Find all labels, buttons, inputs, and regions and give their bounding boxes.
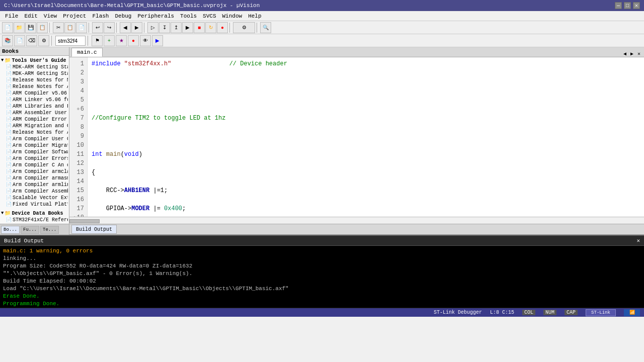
line-num: 11 [71,150,84,159]
tab-close-button[interactable]: ✕ [636,51,642,57]
tab-right-button[interactable]: ▶ [629,51,635,57]
list-item[interactable]: 📄 Arm Compiler C An c... [1,162,68,168]
build-line: linking... [3,255,641,262]
add-btn[interactable]: + [104,35,115,46]
list-item[interactable]: 📄 ARM Migration and Con... [1,123,68,129]
build-output-close[interactable]: ✕ [636,237,640,244]
build-line: Load "C:\\Users\\Israel\\Documents\\Bare… [3,285,641,293]
line-num: 13 [71,168,84,177]
save-button[interactable]: 💾 [25,22,36,33]
reset-button[interactable]: ↻ [205,22,216,33]
breakpoint-button[interactable]: ● [128,35,139,46]
status-bar: ST-Link Debugger L:8 C:15 COL NUM CAP ST… [0,308,644,317]
code-line-8: RCC->AHB1ENR |=1; [92,186,640,195]
line-numbers: 1 2 3 4 5 ⊕6 7 8 9 10 11 12 13 14 15 16 … [69,57,88,217]
sep2 [89,23,91,33]
list-item[interactable]: 📄 MDK-ARM Getting Star... [1,64,68,70]
target-input[interactable] [55,36,86,46]
watch-button[interactable]: 👁 [140,35,151,46]
list-item[interactable]: 📄 Arm Compiler armasm U... [1,175,68,182]
build-output-tab[interactable]: Build Output [71,225,117,234]
menu-flash[interactable]: Flash [89,12,112,20]
list-item[interactable]: 📄 Fixed Virtual Platforms R... [1,201,68,208]
menu-svcs[interactable]: SVCS [200,12,219,20]
settings-button[interactable]: ⚙ [233,22,255,33]
list-item[interactable]: 📄 MDK-ARM Getting Star... [1,70,68,77]
search-button[interactable]: 🔍 [260,22,271,33]
undo-button[interactable]: ↩ [92,22,103,33]
tab-left-button[interactable]: ◀ [622,51,628,57]
bookmark-button[interactable]: ⚑ [92,35,103,46]
redo-button[interactable]: ↪ [104,22,115,33]
tools-guide-header[interactable]: ▼ 📁 Tools User's Guide [1,57,68,64]
menu-edit[interactable]: Edit [21,12,40,20]
stop-button[interactable]: ■ [194,22,205,33]
list-item[interactable]: 📄 Release Notes for ARMC... [1,129,68,136]
tab-main-c[interactable]: main.c [71,48,103,57]
menu-debug[interactable]: Debug [112,12,134,20]
code-editor[interactable]: 1 2 3 4 5 ⊕6 7 8 9 10 11 12 13 14 15 16 … [69,57,644,217]
build-line: Programming Done. [3,300,641,308]
batch-button[interactable]: ⚙ [38,35,49,46]
workspace-button[interactable]: 📚 [2,35,13,46]
new-file-button[interactable]: 📄 [2,22,13,33]
minimize-button[interactable]: — [615,2,622,9]
step-over-button[interactable]: ▷ [147,22,158,33]
tools-guide-items: 📄 MDK-ARM Getting Star... 📄 MDK-ARM Gett… [1,64,68,208]
code-line-5 [92,132,640,141]
build-line: main.c: 1 warning, 0 errors [3,247,641,255]
menu-file[interactable]: File [2,12,21,20]
open-file-button[interactable]: 📁 [14,22,25,33]
list-item[interactable]: 📄 Release Notes for MDK 5 [1,77,68,83]
close-button[interactable]: ✕ [633,2,640,9]
list-item[interactable]: 📄 Arm Compiler Errors an... [1,155,68,162]
list-item[interactable]: 📄 Scalable Vector Extensi... [1,195,68,201]
menu-view[interactable]: View [41,12,60,20]
list-item[interactable]: 📄 ARM Compiler v5.06 for... [1,90,68,97]
menu-peripherals[interactable]: Peripherals [134,12,177,20]
menu-help[interactable]: Help [245,12,264,20]
device-data-header[interactable]: ▼ 📁 Device Data Books [1,210,68,217]
copy-button[interactable]: 📋 [64,22,75,33]
build-nav-fwd[interactable]: ▶ [131,22,142,33]
code-content[interactable]: #include "stm32f4xx.h" // Device header … [88,57,644,217]
paste-button[interactable]: 📄 [76,22,87,33]
list-item[interactable]: 📄 Arm Compiler Software... [1,149,68,155]
code-line-7: { [92,168,640,177]
left-bottom-tabs: Bo... Fu... Te... [0,224,69,235]
menu-project[interactable]: Project [60,12,89,20]
multiproj-button[interactable]: ⌫ [26,35,37,46]
list-item[interactable]: 📄 Arm Compiler armlink U... [1,182,68,188]
functions-tab[interactable]: Fu... [21,226,39,234]
build-nav-back[interactable]: ◀ [120,22,131,33]
maximize-button[interactable]: □ [624,2,631,9]
list-item[interactable]: 📄 ARM Assembler User Gu... [1,110,68,116]
cut-button[interactable]: ✂ [53,22,64,33]
build-output-content: main.c: 1 warning, 0 errors linking... P… [0,246,644,308]
line-num: 4 [71,86,84,96]
step-out-button[interactable]: ↥ [171,22,182,33]
list-item[interactable]: 📄 Arm Compiler User Gui... [1,136,68,142]
counter-button[interactable]: ▶ [152,35,163,46]
list-item[interactable]: 📄 Arm Compiler armclang... [1,168,68,175]
save-all-button[interactable]: 📋 [37,22,48,33]
list-item[interactable]: 📄 ARM Libraries and Float... [1,103,68,110]
title-bar-controls[interactable]: — □ ✕ [615,2,640,9]
debug-button[interactable]: ● [217,22,228,33]
list-item[interactable]: 📄 ARM Linker v5.06 for V... [1,97,68,103]
project-button[interactable]: 📄 [14,35,25,46]
sep1 [49,23,51,33]
step-in-button[interactable]: ↧ [159,22,170,33]
list-item[interactable]: 📄 Arm Compiler Assembler... [1,188,68,195]
horizontal-scrollbar[interactable] [69,217,644,224]
menu-tools[interactable]: Tools [177,12,200,20]
list-item[interactable]: 📄 ARM Compiler Error and... [1,116,68,123]
list-item[interactable]: 📄 Arm Compiler Migratio... [1,142,68,149]
list-item[interactable]: 📄 STM32F41xC/E Referen... [1,217,68,223]
wand-button[interactable]: ★ [116,35,127,46]
run-button[interactable]: ▶ [182,22,193,33]
templates-tab[interactable]: Te... [40,226,59,234]
list-item[interactable]: 📄 Release Notes for ARMC... [1,83,68,90]
menu-window[interactable]: Window [219,12,246,20]
books-tab[interactable]: Bo... [1,226,20,234]
